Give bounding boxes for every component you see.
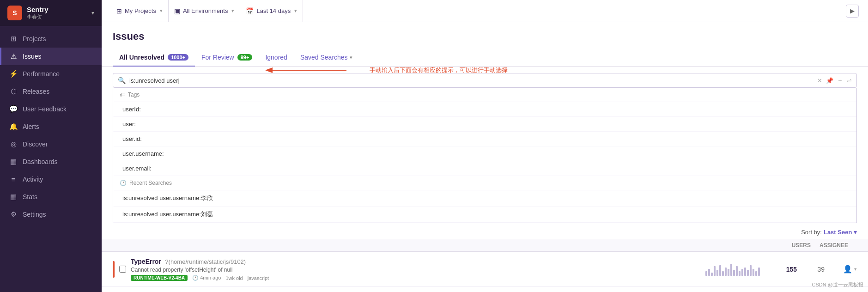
tab-ignored[interactable]: Ignored [259,49,293,67]
tag-suggestions-list: userId:user:user.id:user.username:user.e… [113,102,856,176]
activity-icon: ≡ [9,175,18,184]
topbar-date[interactable]: 📅 Last 14 days ▾ [240,0,303,22]
alerts-icon: 🔔 [9,122,18,131]
sidebar-subtitle: 李春贺 [27,13,49,20]
issue-path: ?(home/runtime/static/js/9102) [165,258,246,265]
sidebar-item-dashboards[interactable]: ▦ Dashboards [0,153,102,170]
issue-meta: RUNTIME-WEB-V2-4BA 🕐 4min ago 1wk old ja… [131,275,705,281]
stats-icon: ▦ [9,192,18,201]
sidebar-item-alerts[interactable]: 🔔 Alerts [0,118,102,135]
suggestion-recent-item[interactable]: is:unresolved user.username:李欣 [113,190,856,207]
chart-bar [711,273,713,276]
issue-description: Cannot read property 'offsetHeight' of n… [131,267,705,273]
sidebar-label-stats: Stats [23,193,37,201]
app-name: Sentry [27,6,49,13]
topbar-env-chevron: ▾ [231,8,234,14]
settings-icon: ⚙ [9,210,18,219]
suggestion-tag-item[interactable]: user.email: [113,161,856,176]
sidebar-label-alerts: Alerts [23,123,39,130]
search-input[interactable] [129,77,813,84]
sort-label: Sort by: [801,229,822,236]
sort-value[interactable]: Last Seen ▾ [824,229,857,236]
saved-searches-chevron: ▾ [350,55,352,61]
sidebar-chevron-icon: ▾ [91,10,94,16]
sidebar-item-user-feedback[interactable]: 💬 User Feedback [0,100,102,118]
sidebar-item-releases[interactable]: ⬡ Releases [0,83,102,100]
sidebar-item-activity[interactable]: ≡ Activity [0,170,102,188]
topbar-environments[interactable]: ▣ All Environments ▾ [169,0,241,22]
chart-bar [708,269,710,276]
tags-icon: 🏷 [120,91,125,98]
sidebar: S Sentry 李春贺 ▾ ⊞ Projects ⚠ Issues ⚡ Per… [0,0,102,292]
watermark: CSDN @道一云黑板报 [812,281,863,288]
topbar-projects-label: My Projects [125,7,156,14]
sidebar-label-settings: Settings [23,211,46,218]
chart-bar [744,268,746,276]
chart-bar [705,271,707,276]
table-header-assignee: ASSIGNEE [811,242,857,249]
tab-label-for-review: For Review [201,54,234,61]
chart-bar [736,266,738,276]
page-title: Issues [113,30,857,43]
suggestion-recent-item[interactable]: is:unresolved user.username:刘磊 [113,207,856,223]
issue-title: TypeError ?(home/runtime/static/js/9102) [131,257,705,266]
assignee-chevron: ▾ [854,266,857,272]
expand-button[interactable]: ▶ [846,5,859,18]
sidebar-item-discover[interactable]: ◎ Discover [0,135,102,153]
tab-for-review[interactable]: For Review99+ [195,49,259,67]
issue-error-type: TypeError [131,258,161,265]
recent-label: Recent Searches [129,180,172,186]
search-add-button[interactable]: ＋ [837,76,843,85]
sidebar-label-projects: Projects [23,35,46,43]
content-header: Issues [102,22,868,49]
issue-content: TypeError ?(home/runtime/static/js/9102)… [131,257,705,281]
tabs-bar: All Unresolved1000+For Review99+IgnoredS… [102,49,868,67]
topbar: ⊞ My Projects ▾ ▣ All Environments ▾ 📅 L… [102,0,868,22]
issue-row[interactable]: TypeError ?(home/runtime/static/js/9102)… [102,252,868,287]
topbar-projects-chevron: ▾ [160,8,163,14]
search-more-button[interactable]: ⇌ [847,77,852,84]
chart-bar [747,270,749,276]
sidebar-nav: ⊞ Projects ⚠ Issues ⚡ Performance ⬡ Rele… [0,26,102,292]
tab-saved-searches[interactable]: Saved Searches▾ [294,49,359,67]
search-area: 🔍 ✕ 📌 ＋ ⇌ [102,67,868,88]
performance-icon: ⚡ [9,69,18,79]
suggestion-tag-item[interactable]: user.username: [113,146,856,161]
search-clear-button[interactable]: ✕ [817,77,822,84]
projects-icon: ⊞ [116,7,122,15]
search-actions: ✕ 📌 ＋ ⇌ [817,76,852,85]
main-area: ⊞ My Projects ▾ ▣ All Environments ▾ 📅 L… [102,0,868,292]
tags-label: Tags [128,91,140,98]
sidebar-item-performance[interactable]: ⚡ Performance [0,65,102,83]
tab-label-ignored: Ignored [265,54,287,61]
expand-icon: ▶ [850,7,855,14]
suggestions-dropdown: 🏷 Tags userId:user:user.id:user.username… [113,88,857,223]
sidebar-label-user-feedback: User Feedback [23,105,67,113]
sort-bar: Sort by: Last Seen ▾ [102,223,868,239]
sidebar-item-projects[interactable]: ⊞ Projects [0,30,102,48]
sidebar-label-discover: Discover [23,140,48,148]
suggestion-tag-item[interactable]: user: [113,117,856,132]
tab-all-unresolved[interactable]: All Unresolved1000+ [113,49,195,67]
tab-label-saved-searches: Saved Searches [300,54,348,61]
issues-list: TypeError ?(home/runtime/static/js/9102)… [102,252,868,287]
assignee-icon: 👤 [843,265,852,274]
sidebar-label-issues: Issues [23,53,41,60]
suggestion-tag-item[interactable]: userId: [113,102,856,117]
search-bar: 🔍 ✕ 📌 ＋ ⇌ [113,73,857,88]
suggestion-tag-item[interactable]: user.id: [113,132,856,146]
sidebar-item-issues[interactable]: ⚠ Issues [0,48,102,65]
tab-badge-for-review: 99+ [237,54,253,61]
issue-assignee-button[interactable]: 👤 ▾ [829,265,857,274]
sidebar-header[interactable]: S Sentry 李春贺 ▾ [0,0,102,26]
recent-searches-header: 🕐 Recent Searches [113,176,856,190]
recent-searches-list: is:unresolved user.username:李欣is:unresol… [113,190,856,223]
sidebar-item-stats[interactable]: ▦ Stats [0,188,102,206]
environments-icon: ▣ [174,7,180,15]
issues-icon: ⚠ [9,52,18,61]
topbar-projects[interactable]: ⊞ My Projects ▾ [111,0,169,22]
issue-checkbox[interactable] [119,266,126,273]
search-pin-button[interactable]: 📌 [826,77,833,84]
sidebar-item-settings[interactable]: ⚙ Settings [0,206,102,223]
issue-event-count: 155 [769,266,797,273]
